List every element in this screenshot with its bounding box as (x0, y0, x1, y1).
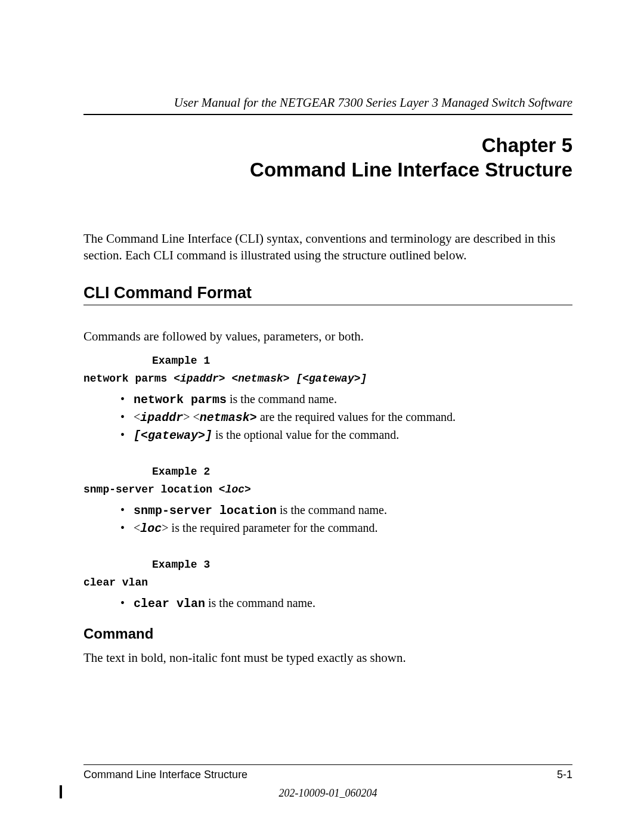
angle-open: < (219, 484, 225, 496)
chapter-label: Chapter 5 (83, 133, 572, 157)
text: is the optional value for the command. (212, 428, 399, 441)
example-1-bullets: network parms is the command name. <ipad… (83, 391, 572, 444)
list-item: <ipaddr> <netmask> are the required valu… (120, 408, 572, 426)
code-token: network parms (134, 393, 227, 407)
list-item: snmp-server location is the command name… (120, 501, 572, 519)
list-item: network parms is the command name. (120, 391, 572, 408)
angle-sep: > < (183, 410, 200, 423)
code-arg: ipaddr (140, 411, 183, 425)
cmd-name: snmp-server location (83, 484, 219, 496)
subsection-heading-command: Command (83, 625, 572, 642)
code-token: clear vlan (134, 597, 205, 611)
footer-rule (83, 764, 572, 765)
chapter-title-block: Chapter 5 Command Line Interface Structu… (83, 133, 572, 182)
revision-bar-icon (60, 785, 62, 798)
code-arg: loc (140, 522, 162, 535)
cmd-name: network parms (83, 373, 174, 385)
angle-open: < (134, 521, 140, 534)
angle-close: > (244, 484, 251, 496)
list-item: clear vlan is the command name. (120, 594, 572, 612)
manual-page: User Manual for the NETGEAR 7300 Series … (0, 0, 644, 833)
subsection-body: The text in bold, non-italic font must b… (83, 651, 572, 665)
section-intro: Commands are followed by values, paramet… (83, 329, 572, 344)
code-arg: [<gateway>] (134, 429, 212, 442)
text: is the command name. (205, 596, 315, 609)
text: are the required values for the command. (257, 410, 456, 423)
example-3-bullets: clear vlan is the command name. (83, 594, 572, 612)
example-2-bullets: snmp-server location is the command name… (83, 501, 572, 537)
chapter-title: Command Line Interface Structure (83, 157, 572, 182)
angle-open: < (134, 410, 140, 423)
header-rule (83, 114, 572, 115)
footer: Command Line Interface Structure 5-1 202… (83, 764, 572, 800)
example-3-command: clear vlan (83, 577, 572, 589)
example-1-command: network parms <ipaddr> <netmask> [<gatew… (83, 373, 572, 385)
code-arg: loc (225, 484, 244, 496)
example-2-command: snmp-server location <loc> (83, 484, 572, 496)
example-1-label: Example 1 (152, 355, 572, 367)
running-header: User Manual for the NETGEAR 7300 Series … (83, 95, 572, 110)
code-token: snmp-server location (134, 504, 277, 518)
intro-paragraph: The Command Line Interface (CLI) syntax,… (83, 230, 572, 264)
section-rule (83, 305, 572, 305)
cmd-args: <ipaddr> <netmask> [<gateway>] (174, 373, 367, 385)
list-item: <loc> is the required parameter for the … (120, 519, 572, 537)
footer-page-number: 5-1 (557, 769, 572, 781)
footer-section-name: Command Line Interface Structure (83, 769, 247, 781)
footer-doc-number: 202-10009-01_060204 (83, 787, 572, 800)
example-2-label: Example 2 (152, 466, 572, 478)
code-arg: netmask> (200, 411, 257, 425)
text: is the command name. (227, 392, 337, 405)
text: is the required parameter for the comman… (169, 521, 378, 534)
section-heading-cli-format: CLI Command Format (83, 284, 572, 302)
example-3-label: Example 3 (152, 559, 572, 571)
list-item: [<gateway>] is the optional value for th… (120, 426, 572, 444)
angle-close: > (162, 521, 168, 534)
text: is the command name. (277, 503, 387, 516)
